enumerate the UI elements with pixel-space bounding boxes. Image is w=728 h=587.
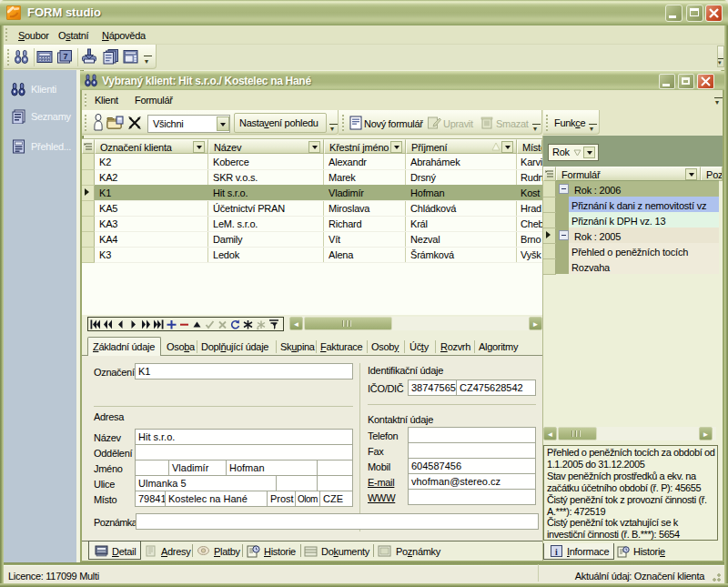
svg-text:7: 7 — [64, 52, 68, 61]
